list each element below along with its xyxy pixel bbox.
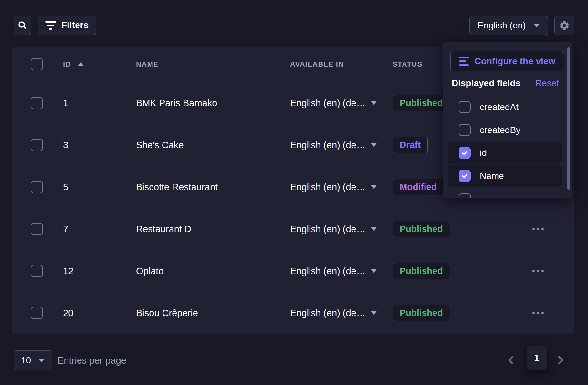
cell-id: 12 bbox=[63, 265, 73, 276]
chevron-down-icon bbox=[38, 359, 45, 362]
select-all-checkbox[interactable] bbox=[31, 58, 43, 70]
cell-id: 5 bbox=[63, 182, 68, 192]
layout-bars-icon bbox=[459, 57, 469, 66]
field-checkbox-partial[interactable] bbox=[459, 193, 471, 198]
column-header-available-in: AVAILABLE IN bbox=[290, 60, 344, 68]
row-actions-button[interactable] bbox=[529, 266, 547, 275]
cell-id: 3 bbox=[63, 140, 68, 150]
cell-available-in: English (en) (de… bbox=[290, 224, 366, 234]
status-badge: Published bbox=[393, 305, 450, 321]
table-row[interactable]: 12 Oplato English (en) (de… Published bbox=[12, 250, 574, 292]
cell-name: Bisou Crêperie bbox=[136, 307, 198, 318]
gear-icon bbox=[559, 20, 570, 31]
next-page-button[interactable] bbox=[552, 349, 569, 371]
view-settings-button[interactable] bbox=[554, 16, 574, 35]
configure-the-view-label: Configure the view bbox=[475, 56, 555, 67]
chevron-down-icon[interactable] bbox=[371, 143, 377, 147]
configure-view-popover: Configure the view Displayed fields Rese… bbox=[443, 42, 572, 198]
row-checkbox[interactable] bbox=[31, 139, 43, 151]
page-size-select[interactable]: 10 bbox=[14, 350, 52, 370]
status-badge: Modified bbox=[393, 179, 444, 195]
page-number: 1 bbox=[534, 353, 539, 363]
field-checkbox[interactable] bbox=[459, 101, 471, 113]
popover-scrollbar[interactable] bbox=[567, 47, 570, 190]
cell-name: BMK Paris Bamako bbox=[136, 98, 217, 108]
page-size-value: 10 bbox=[21, 355, 31, 366]
table-row[interactable]: 20 Bisou Crêperie English (en) (de… Publ… bbox=[12, 292, 574, 334]
chevron-down-icon[interactable] bbox=[371, 227, 377, 231]
column-header-status: STATUS bbox=[393, 60, 423, 68]
cell-available-in: English (en) (de… bbox=[290, 182, 366, 192]
column-header-name[interactable]: NAME bbox=[136, 60, 159, 68]
status-badge: Published bbox=[393, 263, 450, 279]
row-checkbox[interactable] bbox=[31, 265, 43, 277]
status-badge: Published bbox=[393, 95, 450, 111]
page-number-button[interactable]: 1 bbox=[527, 346, 547, 370]
displayed-fields-title: Displayed fields bbox=[452, 78, 520, 88]
status-badge: Published bbox=[393, 221, 450, 237]
sort-ascending-icon[interactable] bbox=[78, 62, 84, 66]
cell-id: 7 bbox=[63, 224, 68, 234]
field-checkbox[interactable] bbox=[459, 147, 471, 159]
cell-name: Biscotte Restaurant bbox=[136, 182, 218, 192]
locale-select-value: English (en) bbox=[478, 20, 526, 31]
chevron-right-icon bbox=[555, 355, 565, 365]
cell-name: Restaurant D bbox=[136, 224, 191, 234]
filters-button-label: Filters bbox=[61, 20, 89, 30]
field-row-createdby[interactable]: createdBy bbox=[448, 119, 562, 141]
row-checkbox[interactable] bbox=[31, 97, 43, 109]
row-actions-button[interactable] bbox=[529, 224, 547, 233]
field-label: createdBy bbox=[480, 125, 520, 135]
chevron-down-icon[interactable] bbox=[371, 101, 377, 105]
configure-the-view-button[interactable]: Configure the view bbox=[450, 51, 564, 71]
cell-available-in: English (en) (de… bbox=[290, 265, 366, 276]
entries-per-page-label: Entries per page bbox=[58, 350, 126, 370]
field-row-name[interactable]: Name bbox=[448, 165, 562, 187]
field-row-createdat[interactable]: createdAt bbox=[448, 96, 562, 118]
cell-id: 20 bbox=[63, 307, 73, 318]
field-row-id[interactable]: id bbox=[448, 142, 562, 164]
column-header-id[interactable]: ID bbox=[63, 60, 71, 68]
chevron-down-icon[interactable] bbox=[371, 269, 377, 273]
field-label: Name bbox=[480, 171, 504, 181]
cell-available-in: English (en) (de… bbox=[290, 140, 366, 150]
table-row[interactable]: 7 Restaurant D English (en) (de… Publish… bbox=[12, 208, 574, 250]
cell-available-in: English (en) (de… bbox=[290, 307, 366, 318]
cell-name: Oplato bbox=[136, 265, 163, 276]
search-button[interactable] bbox=[14, 16, 31, 35]
chevron-left-icon bbox=[506, 355, 516, 365]
chevron-down-icon[interactable] bbox=[371, 185, 377, 189]
row-checkbox[interactable] bbox=[31, 181, 43, 193]
previous-page-button[interactable] bbox=[503, 349, 520, 371]
cell-available-in: English (en) (de… bbox=[290, 98, 366, 108]
field-row-partial[interactable] bbox=[459, 193, 471, 198]
row-checkbox[interactable] bbox=[31, 223, 43, 235]
content-manager-page: Filters English (en) ID NAME AVAILABLE I… bbox=[0, 0, 588, 385]
locale-select[interactable]: English (en) bbox=[469, 16, 548, 35]
filters-button[interactable]: Filters bbox=[38, 16, 96, 35]
row-checkbox[interactable] bbox=[31, 307, 43, 319]
field-label: id bbox=[480, 148, 487, 158]
field-checkbox[interactable] bbox=[459, 170, 471, 182]
chevron-down-icon bbox=[533, 24, 540, 27]
field-label: createdAt bbox=[480, 102, 519, 112]
cell-id: 1 bbox=[63, 98, 68, 108]
field-checkbox[interactable] bbox=[459, 124, 471, 136]
cell-name: She's Cake bbox=[136, 140, 184, 150]
filter-icon bbox=[45, 21, 56, 30]
chevron-down-icon[interactable] bbox=[371, 311, 377, 315]
row-actions-button[interactable] bbox=[529, 308, 547, 317]
reset-link[interactable]: Reset bbox=[535, 78, 559, 88]
search-icon bbox=[17, 20, 27, 30]
displayed-fields-list: createdAt createdBy id Name bbox=[448, 96, 562, 188]
status-badge: Draft bbox=[393, 137, 428, 153]
